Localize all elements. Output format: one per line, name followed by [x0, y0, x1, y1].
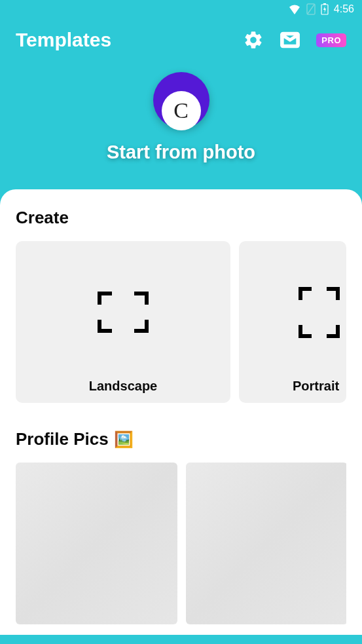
create-landscape-card[interactable]: Landscape: [16, 241, 230, 403]
create-card-label: Landscape: [89, 379, 157, 394]
profile-pics-row: [16, 463, 346, 624]
start-from-photo-button[interactable]: Start from photo: [107, 142, 255, 163]
profile-pic-template[interactable]: [186, 463, 346, 624]
header: Templates PRO: [0, 18, 362, 59]
profile-pics-title-row: Profile Pics 🖼️: [16, 429, 346, 449]
create-card-label: Portrait: [293, 379, 339, 394]
pro-badge[interactable]: PRO: [316, 33, 346, 47]
create-section: Create Landscape Portrait: [16, 208, 346, 403]
status-bar: 4:56: [0, 0, 362, 18]
frame-portrait-icon: [298, 286, 340, 339]
wifi-icon: [288, 4, 301, 14]
status-time: 4:56: [334, 3, 354, 15]
app-logo[interactable]: C: [153, 72, 209, 128]
create-portrait-card[interactable]: Portrait: [239, 241, 346, 403]
profile-pics-title: Profile Pics: [16, 429, 109, 449]
page-title: Templates: [16, 29, 243, 51]
header-actions: PRO: [243, 29, 346, 50]
frame-landscape-icon: [97, 291, 149, 333]
no-sim-icon: [306, 3, 316, 15]
create-row: Landscape Portrait: [16, 241, 346, 403]
logo-letter: C: [173, 98, 189, 123]
create-section-title: Create: [16, 208, 346, 228]
logo-inner-circle: C: [162, 91, 201, 130]
battery-charging-icon: [321, 3, 329, 15]
picture-frame-icon: 🖼️: [114, 430, 134, 449]
svg-line-1: [308, 5, 314, 14]
svg-rect-3: [323, 3, 326, 5]
profile-pic-template[interactable]: [16, 463, 177, 624]
content-sheet: Create Landscape Portrait: [0, 189, 362, 635]
gear-icon[interactable]: [243, 29, 264, 50]
hero: C Start from photo: [0, 59, 362, 189]
profile-pics-section: Profile Pics 🖼️: [16, 429, 346, 624]
mail-icon[interactable]: [280, 29, 300, 50]
